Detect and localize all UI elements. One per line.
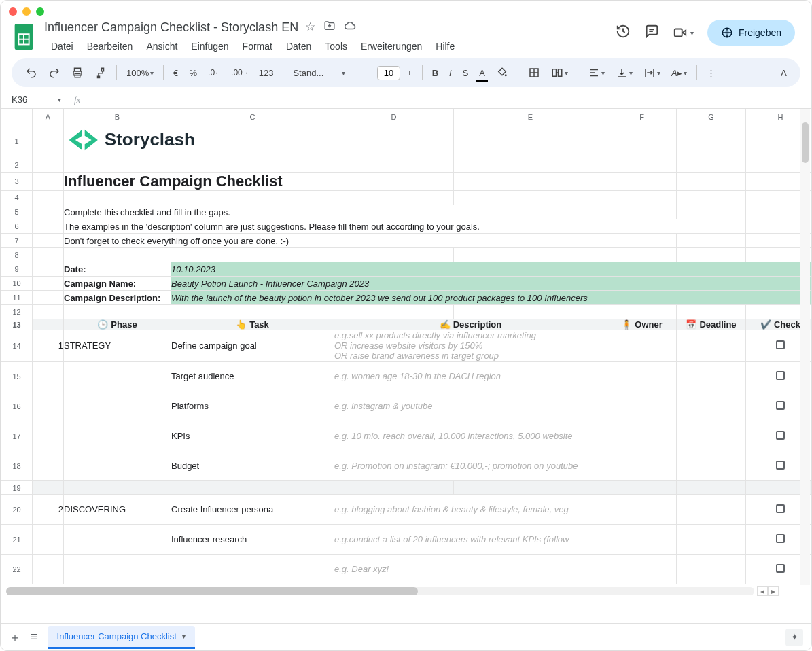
phase-cell[interactable] xyxy=(64,555,171,584)
column-header[interactable]: C xyxy=(171,109,334,124)
move-to-folder-icon[interactable] xyxy=(323,20,336,35)
owner-cell[interactable] xyxy=(607,391,677,421)
row-header[interactable]: 19 xyxy=(1,481,33,495)
percent-button[interactable]: % xyxy=(185,64,201,82)
star-icon[interactable]: ☆ xyxy=(305,20,315,35)
description-cell[interactable]: e.g. women age 18-30 in the DACH region xyxy=(334,362,607,391)
phase-number[interactable]: 2 xyxy=(33,495,64,525)
phase-cell[interactable] xyxy=(64,525,171,555)
description-cell[interactable]: e.g. Dear xyz! xyxy=(334,555,607,584)
menu-format[interactable]: Format xyxy=(236,38,279,54)
print-button[interactable] xyxy=(67,63,88,83)
task-cell[interactable]: Define campaign goal xyxy=(171,330,334,362)
row-header[interactable]: 20 xyxy=(1,495,33,525)
owner-cell[interactable] xyxy=(607,421,677,451)
comments-icon[interactable] xyxy=(644,24,659,42)
meta-label[interactable]: Date: xyxy=(64,262,171,277)
row-header[interactable]: 1 xyxy=(1,124,33,158)
deadline-cell[interactable] xyxy=(677,495,746,525)
phase-cell[interactable] xyxy=(64,451,171,481)
vertical-align-button[interactable]: ▾ xyxy=(612,63,637,83)
row-header[interactable]: 13 xyxy=(1,319,33,330)
checkbox[interactable] xyxy=(776,401,785,410)
menu-hilfe[interactable]: Hilfe xyxy=(429,38,461,54)
menu-tools[interactable]: Tools xyxy=(318,38,354,54)
meta-label[interactable]: Campaign Description: xyxy=(64,291,171,305)
row-header[interactable]: 2 xyxy=(1,158,33,173)
row-header[interactable]: 3 xyxy=(1,173,33,191)
phase-number[interactable] xyxy=(33,555,64,584)
menu-bearbeiten[interactable]: Bearbeiten xyxy=(80,38,140,54)
task-cell[interactable]: Create Influencer persona xyxy=(171,495,334,525)
row-header[interactable]: 6 xyxy=(1,219,33,234)
spreadsheet-grid[interactable]: A B C D E F G H 1Storyclash23Influencer … xyxy=(1,109,811,584)
row-header[interactable]: 14 xyxy=(1,330,33,362)
undo-button[interactable] xyxy=(21,63,41,83)
minimize-window-icon[interactable] xyxy=(22,7,31,16)
document-title[interactable]: Influencer Campaign Checklist - Storycla… xyxy=(44,20,298,35)
cloud-status-icon[interactable] xyxy=(344,20,356,35)
owner-cell[interactable] xyxy=(607,451,677,481)
maximize-window-icon[interactable] xyxy=(36,7,44,16)
column-header-row[interactable]: A B C D E F G H xyxy=(1,109,812,124)
zoom-select[interactable]: 100%▾ xyxy=(122,64,158,82)
all-sheets-button[interactable]: ≡ xyxy=(31,630,38,644)
row-header[interactable]: 15 xyxy=(1,362,33,391)
table-header-task[interactable]: 👆Task xyxy=(171,319,334,330)
sheet-tab[interactable]: Influencer Campaign Checklist ▾ xyxy=(48,626,195,649)
phase-cell[interactable] xyxy=(64,421,171,451)
increase-decimal-button[interactable]: .00→ xyxy=(227,64,252,82)
phase-number[interactable] xyxy=(33,451,64,481)
phase-cell[interactable] xyxy=(64,391,171,421)
text-rotation-button[interactable]: A▸▾ xyxy=(667,64,691,82)
row-header[interactable]: 21 xyxy=(1,525,33,555)
deadline-cell[interactable] xyxy=(677,330,746,362)
description-cell[interactable]: e.g. blogging about fashion & beauty & l… xyxy=(334,495,607,525)
toolbar-overflow-button[interactable]: ⋮ xyxy=(703,64,720,82)
share-button[interactable]: Freigeben xyxy=(707,20,795,46)
strikethrough-button[interactable]: S xyxy=(459,64,473,82)
description-cell[interactable]: e.g.conduct a list of 20 influencers wit… xyxy=(334,525,607,555)
column-header[interactable]: E xyxy=(454,109,607,124)
menu-einfuegen[interactable]: Einfügen xyxy=(184,38,235,54)
sheet-tab-menu-icon[interactable]: ▾ xyxy=(181,633,186,640)
google-sheets-logo-icon[interactable] xyxy=(12,22,36,51)
table-header-description[interactable]: ✍️Description xyxy=(334,319,607,330)
task-cell[interactable]: Influencer research xyxy=(171,525,334,555)
row-header[interactable]: 22 xyxy=(1,555,33,584)
row-header[interactable]: 17 xyxy=(1,421,33,451)
add-sheet-button[interactable]: ＋ xyxy=(9,629,21,646)
menu-erweiterungen[interactable]: Erweiterungen xyxy=(354,38,429,54)
row-header[interactable]: 18 xyxy=(1,451,33,481)
column-header[interactable]: D xyxy=(334,109,454,124)
column-header[interactable]: A xyxy=(33,109,64,124)
font-select[interactable]: Stand...▾ xyxy=(289,64,349,82)
borders-button[interactable] xyxy=(524,63,544,83)
checkbox[interactable] xyxy=(776,534,785,543)
currency-button[interactable]: € xyxy=(169,64,182,82)
bold-button[interactable]: B xyxy=(428,64,442,82)
phase-cell[interactable]: DISCOVERING xyxy=(64,495,171,525)
italic-button[interactable]: I xyxy=(445,64,456,82)
column-header[interactable]: G xyxy=(677,109,746,124)
horizontal-scrollbar[interactable]: ◂▸ xyxy=(6,586,779,596)
more-formats-button[interactable]: 123 xyxy=(255,64,278,82)
increase-font-button[interactable]: + xyxy=(403,64,417,82)
owner-cell[interactable] xyxy=(607,495,677,525)
owner-cell[interactable] xyxy=(607,362,677,391)
name-box[interactable]: K36▾ xyxy=(6,91,67,108)
checkbox[interactable] xyxy=(776,504,785,513)
select-all-cell[interactable] xyxy=(1,109,33,124)
phase-number[interactable] xyxy=(33,421,64,451)
phase-cell[interactable]: STRATEGY xyxy=(64,330,171,362)
paint-format-button[interactable] xyxy=(90,63,111,83)
decrease-font-button[interactable]: − xyxy=(361,64,374,82)
deadline-cell[interactable] xyxy=(677,391,746,421)
deadline-cell[interactable] xyxy=(677,555,746,584)
task-cell[interactable]: KPIs xyxy=(171,421,334,451)
row-header[interactable]: 5 xyxy=(1,205,33,219)
row-header[interactable]: 4 xyxy=(1,191,33,205)
close-window-icon[interactable] xyxy=(9,7,17,16)
row-header[interactable]: 16 xyxy=(1,391,33,421)
scroll-left-icon[interactable]: ◂ xyxy=(757,586,768,596)
